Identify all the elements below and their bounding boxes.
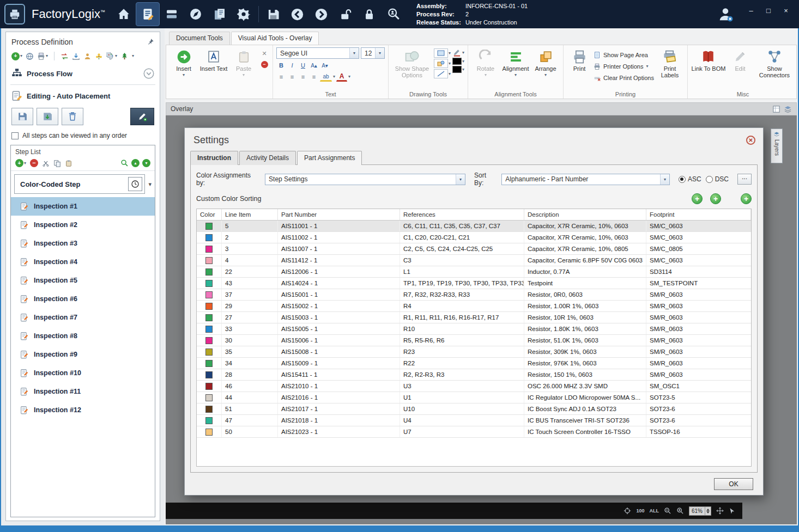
color-assignments-select[interactable]: Step Settings▾ bbox=[265, 174, 465, 185]
table-row[interactable]: 22 AIS12006 - 1 L1 Inductor, 0.77A SD311… bbox=[197, 266, 751, 278]
font-size-select[interactable]: 12▾ bbox=[361, 47, 385, 59]
paste-button[interactable]: Paste▾ bbox=[229, 47, 258, 77]
person-icon[interactable] bbox=[83, 52, 92, 60]
font-color-dropdown-icon[interactable]: ▾ bbox=[348, 75, 350, 79]
minimize-button[interactable]: – bbox=[743, 4, 759, 16]
step-list-item[interactable]: Inspection #2 bbox=[11, 216, 155, 234]
home-icon[interactable] bbox=[112, 2, 136, 26]
zoom-in-icon[interactable] bbox=[676, 507, 684, 515]
add-button[interactable]: +▾ bbox=[11, 52, 22, 60]
back-icon[interactable] bbox=[286, 2, 310, 26]
dialog-close-icon[interactable]: ✕ bbox=[746, 136, 755, 145]
table-row[interactable]: 35 AIS15008 - 1 R23 Resistor, 309K 1%, 0… bbox=[197, 346, 751, 358]
ok-button[interactable]: OK bbox=[714, 478, 753, 490]
color-swatch[interactable] bbox=[205, 360, 213, 367]
save-icon[interactable] bbox=[262, 2, 286, 26]
step-list-item[interactable]: Inspection #7 bbox=[11, 308, 155, 327]
alignment-button[interactable]: Alignment▾ bbox=[501, 47, 530, 77]
column-header[interactable]: Footprint bbox=[646, 209, 751, 220]
toolbar-overflow-icon[interactable]: ▾ bbox=[132, 54, 134, 58]
insert-text-button[interactable]: Insert Text bbox=[199, 47, 228, 72]
table-row[interactable]: 4 AIS11412 - 1 C3 Capacitor, Ceramic 6.8… bbox=[197, 255, 751, 266]
sort-by-select[interactable]: Alphanumeric - Part Number▾ bbox=[501, 174, 670, 185]
maximize-button[interactable]: □ bbox=[761, 4, 776, 16]
document-canvas[interactable]: Layers 100 ALL 61% bbox=[166, 115, 797, 524]
line-style-tile[interactable] bbox=[434, 69, 448, 78]
more-options-button[interactable]: ... bbox=[737, 174, 752, 185]
add-color-button[interactable]: + bbox=[741, 193, 752, 204]
edit-step-button[interactable] bbox=[130, 108, 154, 125]
forward-icon[interactable] bbox=[310, 2, 334, 26]
step-list-item[interactable]: Inspection #5 bbox=[11, 271, 155, 290]
table-row[interactable]: 44 AIS21016 - 1 U1 IC Regulator LDO Micr… bbox=[197, 392, 751, 403]
color-swatch[interactable] bbox=[205, 246, 213, 253]
find-step-button[interactable] bbox=[120, 159, 129, 167]
rotate-button[interactable]: Rotate▾ bbox=[471, 47, 500, 77]
show-page-area-button[interactable]: Show Page Area bbox=[594, 50, 654, 60]
order-checkbox-row[interactable]: All steps can be viewed in any order bbox=[10, 130, 155, 145]
delete-selection-button[interactable]: ✕ bbox=[259, 48, 269, 58]
table-row[interactable]: 30 AIS15006 - 1 R5, R5-R6, R6 Resistor, … bbox=[197, 335, 751, 346]
print-button[interactable]: ▾ bbox=[37, 52, 48, 60]
color-swatch[interactable] bbox=[205, 429, 213, 436]
align-right-button[interactable]: ≡ bbox=[298, 72, 308, 82]
insert-button[interactable]: Insert▾ bbox=[170, 47, 198, 77]
zoom-stepper-arrows[interactable] bbox=[705, 507, 711, 515]
tree-icon[interactable] bbox=[120, 52, 129, 60]
table-row[interactable]: 29 AIS15002 - 1 R4 Resistor, 1.00R 1%, 0… bbox=[197, 301, 751, 312]
font-family-select[interactable]: Segoe UI▾ bbox=[276, 47, 359, 59]
step-list-item[interactable]: Inspection #12 bbox=[11, 401, 155, 419]
navigate-icon[interactable] bbox=[184, 2, 208, 26]
flower-icon[interactable] bbox=[95, 52, 103, 60]
column-header[interactable]: Line Item bbox=[222, 209, 278, 220]
lock-icon[interactable] bbox=[358, 2, 382, 26]
move-step-up-button[interactable]: ▲ bbox=[131, 159, 140, 167]
documents-icon[interactable] bbox=[208, 2, 232, 26]
step-list-item[interactable]: Inspection #8 bbox=[11, 327, 155, 345]
shape-rect-tile[interactable] bbox=[434, 48, 448, 58]
table-row[interactable]: 3 AIS11007 - 1 C2, C5, C5, C24, C24-C25,… bbox=[197, 243, 751, 255]
table-row[interactable]: 2 AIS11002 - 1 C1, C20, C20-C21, C21 Cap… bbox=[197, 232, 751, 243]
settings-gear-icon[interactable] bbox=[232, 2, 256, 26]
bold-button[interactable]: B bbox=[276, 60, 286, 70]
pan-icon[interactable] bbox=[716, 507, 724, 515]
step-list-item[interactable]: Inspection #4 bbox=[11, 253, 155, 271]
step-list-item[interactable]: Inspection #1 bbox=[11, 197, 155, 216]
step-list-item[interactable]: Inspection #11 bbox=[11, 382, 155, 401]
step-list-item[interactable]: Inspection #6 bbox=[11, 290, 155, 308]
underline-button[interactable]: U bbox=[298, 60, 308, 70]
table-row[interactable]: 46 AIS21010 - 1 U3 OSC 26.000 MHZ 3.3V S… bbox=[197, 381, 751, 392]
edit-button[interactable]: Edit bbox=[728, 47, 753, 72]
step-list-collapse-icon[interactable]: ▾ bbox=[148, 181, 152, 187]
asc-radio[interactable]: ASC bbox=[679, 175, 701, 183]
audit-search-icon[interactable] bbox=[382, 2, 405, 26]
link-icon[interactable] bbox=[26, 52, 34, 60]
align-left-button[interactable]: ≡ bbox=[276, 72, 286, 82]
shrink-font-button[interactable]: A▾ bbox=[320, 60, 330, 70]
process-definition-icon[interactable] bbox=[136, 2, 160, 26]
cut-icon[interactable] bbox=[42, 160, 50, 167]
highlight-color-button[interactable]: ab bbox=[320, 72, 332, 82]
zoom-100-button[interactable]: 100 bbox=[636, 508, 644, 513]
color-swatch[interactable] bbox=[205, 223, 213, 230]
table-row[interactable]: 43 AIS14024 - 1 TP1, TP19, TP19, TP30, T… bbox=[197, 278, 751, 289]
user-button[interactable] bbox=[717, 6, 734, 22]
color-swatch[interactable] bbox=[205, 291, 213, 298]
color-swatch[interactable] bbox=[205, 383, 213, 390]
shape-multi-tile[interactable] bbox=[434, 59, 448, 68]
table-row[interactable]: 50 AIS21023 - 1 U7 IC Touch Screen Contr… bbox=[197, 426, 751, 438]
line-color-swatch[interactable] bbox=[452, 66, 462, 73]
color-swatch[interactable] bbox=[205, 268, 213, 276]
delete-step-button[interactable] bbox=[62, 108, 83, 125]
printer-options-button[interactable]: Printer Options▾ bbox=[594, 61, 654, 72]
color-swatch[interactable] bbox=[205, 337, 213, 344]
move-step-down-button[interactable]: ▼ bbox=[142, 159, 150, 167]
layers-tab[interactable]: Layers bbox=[771, 129, 783, 163]
process-flow-row[interactable]: Process Flow bbox=[10, 65, 155, 82]
italic-button[interactable]: I bbox=[287, 60, 297, 70]
collapse-circle-icon[interactable] bbox=[143, 68, 154, 79]
palette-button[interactable]: ▾ bbox=[106, 52, 117, 60]
tab-document-tools[interactable]: Document Tools bbox=[169, 32, 230, 45]
add-color-up-button[interactable]: + bbox=[692, 193, 703, 204]
column-header[interactable]: Color bbox=[197, 209, 222, 220]
